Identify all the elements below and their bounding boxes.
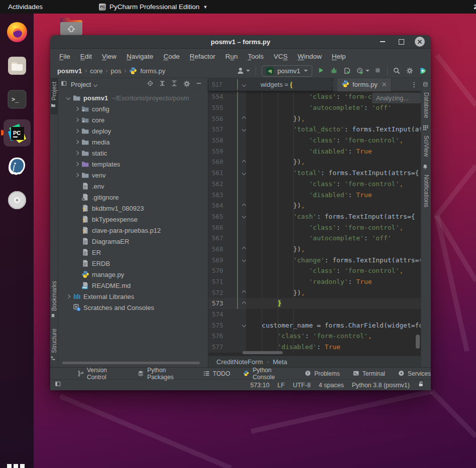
hide-button[interactable] — [196, 80, 203, 89]
tree-item-bkTypeexpense[interactable]: ?bkTypeexpense — [58, 214, 208, 225]
chevron-down-icon[interactable] — [94, 83, 97, 86]
chevron-right-icon[interactable] — [73, 149, 81, 157]
more-options-icon[interactable]: ⋮ — [411, 81, 418, 88]
breadcrumb-item-pos[interactable]: pos — [110, 67, 121, 75]
tool-stripe-structure[interactable]: Structure — [51, 325, 58, 367]
menu-file[interactable]: File — [54, 51, 75, 62]
python-interpreter[interactable]: Python 3.8 (posmv1) — [352, 382, 410, 389]
code-line-undefined[interactable]: 576 'class': 'form-control', — [208, 331, 421, 342]
window-titlebar[interactable]: posmv1 – forms.py ✕ — [50, 35, 431, 49]
search-everywhere-button[interactable] — [393, 67, 401, 75]
fold-marker-icon[interactable] — [241, 247, 248, 250]
user-button[interactable] — [236, 67, 250, 75]
tool-window-button-terminal[interactable]: Terminal — [353, 370, 385, 377]
tree-item-deploy[interactable]: deploy — [58, 125, 208, 136]
select-opened-file-button[interactable] — [147, 80, 154, 89]
dock-item-files[interactable] — [4, 52, 31, 79]
indent-setting[interactable]: 4 spaces — [319, 382, 344, 389]
tool-window-button-services[interactable]: Services — [398, 370, 431, 377]
tool-window-layout-icon[interactable] — [55, 381, 62, 389]
gutter[interactable]: 574 — [208, 309, 246, 320]
code-line-undefined[interactable]: 575 customer_name = forms.CharField(widg… — [208, 320, 421, 331]
gutter[interactable]: 572 — [208, 287, 246, 298]
activities-button[interactable]: Actividades — [0, 3, 51, 11]
menu-code[interactable]: Code — [158, 51, 184, 62]
tab-close-icon[interactable]: ✕ — [382, 81, 387, 88]
code-line-undefined[interactable]: 573 } — [208, 298, 421, 309]
tree-item-ERDB[interactable]: ERDB — [58, 258, 208, 269]
run-button[interactable] — [318, 67, 325, 74]
code-line-undefined[interactable]: 561 'total': forms.TextInput(attrs={ — [208, 168, 421, 179]
gutter[interactable]: 577 — [208, 342, 246, 353]
gutter[interactable]: 567 — [208, 233, 246, 244]
tool-stripe-bookmarks[interactable]: Bookmarks — [51, 277, 58, 325]
profiler-button[interactable] — [356, 67, 370, 75]
run-with-coverage-button[interactable] — [343, 67, 351, 75]
gutter[interactable]: 571 — [208, 276, 246, 287]
project-panel-title[interactable]: Project — [71, 81, 91, 88]
settings-button[interactable] — [406, 67, 414, 75]
menu-window[interactable]: Window — [293, 51, 327, 62]
code-line-undefined[interactable]: 565 'cash': forms.TextInput(attrs={ — [208, 211, 421, 222]
tool-window-button-todo[interactable]: TODO — [203, 370, 230, 377]
minimize-button[interactable] — [378, 37, 388, 47]
menu-view[interactable]: View — [97, 51, 122, 62]
readonly-lock-icon[interactable] — [418, 381, 425, 389]
tree-item-clave-para-pruebas.p12[interactable]: ?clave-para-pruebas.p12 — [58, 225, 208, 236]
gutter[interactable]: 575 — [208, 320, 246, 331]
chevron-right-icon[interactable] — [73, 116, 81, 124]
gutter[interactable]: 563 — [208, 189, 246, 200]
code-line-undefined[interactable]: 517 widgets = { — [208, 79, 332, 90]
clock[interactable]: 2 — [473, 3, 476, 11]
code-line-undefined[interactable]: 557 'total_dscto': forms.TextInput(attrs… — [208, 124, 421, 135]
project-horizontal-scrollbar[interactable] — [62, 362, 200, 364]
code-line-undefined[interactable]: 560 }), — [208, 157, 421, 168]
fold-marker-icon[interactable] — [241, 161, 248, 164]
dock-item-disc[interactable] — [4, 187, 31, 214]
code-line-undefined[interactable]: 567 'autocomplete': 'off' — [208, 233, 421, 244]
menu-help[interactable]: Help — [327, 51, 351, 62]
tab-forms-py[interactable]: forms.py ✕ — [337, 78, 392, 91]
code-line-undefined[interactable]: 563 'disabled': True — [208, 189, 421, 200]
code-line-undefined[interactable]: 558 'class': 'form-control', — [208, 135, 421, 146]
tool-window-button-problems[interactable]: Problems — [305, 370, 340, 377]
dock-item-firefox[interactable] — [4, 19, 31, 46]
fold-marker-icon[interactable] — [241, 83, 248, 86]
dock-item-terminal[interactable]: >_ — [4, 86, 31, 113]
gutter[interactable]: 570 — [208, 265, 246, 276]
code-editor[interactable]: 554 'class': 'form-control',555 'autocom… — [208, 91, 421, 356]
tree-item-static[interactable]: static — [58, 147, 208, 159]
chevron-down-icon[interactable] — [64, 94, 72, 102]
tool-window-button-python-console[interactable]: Python Console — [243, 367, 292, 381]
code-line-undefined[interactable]: 559 'disabled': True — [208, 145, 421, 157]
gutter[interactable]: 562 — [208, 179, 246, 190]
tree-item-core[interactable]: core — [58, 114, 208, 125]
tool-stripe-notifications[interactable]: Notifications — [423, 161, 430, 211]
debug-button[interactable] — [330, 67, 338, 75]
sticky-context-line[interactable]: 517 widgets = { — [208, 78, 332, 91]
tree-item-bkdbmv1-080923[interactable]: ?bkdbmv1_080923 — [58, 203, 208, 214]
line-ending[interactable]: LF — [278, 382, 285, 389]
menu-edit[interactable]: Edit — [75, 51, 97, 62]
settings-button[interactable] — [183, 80, 191, 89]
caret-position[interactable]: 573:10 — [250, 382, 269, 389]
menu-vcs[interactable]: VCS — [269, 51, 293, 62]
stop-button[interactable] — [375, 68, 382, 74]
gutter[interactable]: 555 — [208, 102, 246, 113]
gutter[interactable]: 569 — [208, 254, 246, 265]
fold-marker-icon[interactable] — [241, 204, 248, 207]
editor-breadcrumb-item-Meta[interactable]: Meta — [273, 358, 287, 366]
fold-marker-icon[interactable] — [241, 324, 248, 327]
dock-item-postgresql[interactable] — [4, 153, 31, 180]
gutter[interactable]: 561 — [208, 168, 246, 179]
show-applications-button[interactable] — [7, 464, 25, 468]
gutter[interactable]: 559 — [208, 145, 246, 157]
fold-marker-icon[interactable] — [241, 302, 248, 305]
gutter[interactable]: 576 — [208, 331, 246, 342]
menu-run[interactable]: Run — [220, 51, 243, 62]
tree-item-posmv1[interactable]: posmv1~/Escritorio/proyecto/posm — [58, 92, 208, 103]
code-line-undefined[interactable]: 574 — [208, 309, 421, 320]
chevron-right-icon[interactable] — [73, 171, 81, 179]
dock-item-pycharm[interactable]: PC — [4, 119, 31, 146]
tree-item-Scratches-and-Consoles[interactable]: Scratches and Consoles — [58, 302, 208, 313]
